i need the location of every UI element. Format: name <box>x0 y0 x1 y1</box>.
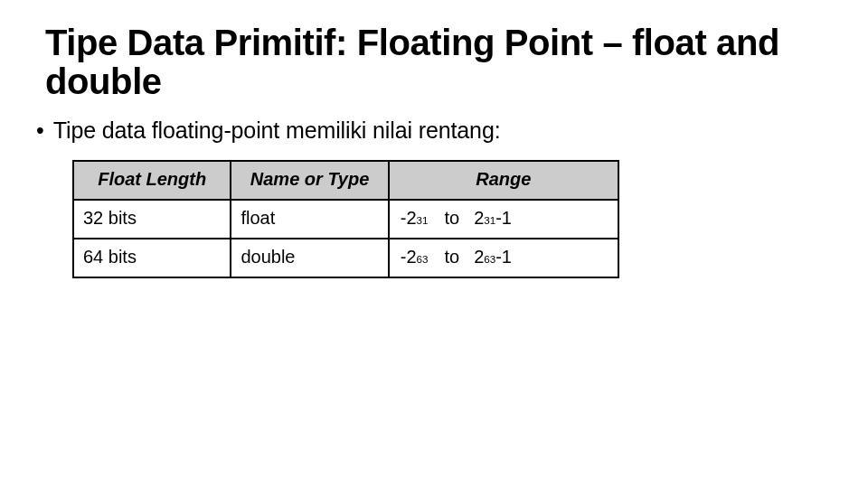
col-header-range: Range <box>389 161 618 200</box>
col-header-length: Float Length <box>73 161 231 200</box>
slide: Tipe Data Primitif: Floating Point – flo… <box>0 0 868 296</box>
bullet-text: Tipe data floating-point memiliki nilai … <box>53 117 501 144</box>
range-expression: -231 to 231-1 <box>399 208 609 229</box>
range-low-base: -2 <box>401 247 417 267</box>
bullet-icon: • <box>36 117 44 144</box>
table-header-row: Float Length Name or Type Range <box>73 161 618 200</box>
table-head: Float Length Name or Type Range <box>73 161 618 200</box>
range-high-tail: -1 <box>495 247 512 267</box>
data-table: Float Length Name or Type Range 32 bits … <box>72 160 619 278</box>
cell-range: -263 to 263-1 <box>389 239 618 277</box>
range-high-tail: -1 <box>495 208 512 229</box>
slide-title: Tipe Data Primitif: Floating Point – flo… <box>45 23 823 101</box>
range-to: to <box>444 208 459 229</box>
cell-name: double <box>231 239 388 277</box>
cell-range: -231 to 231-1 <box>389 200 618 239</box>
table-body: 32 bits float -231 to 231-1 64 bits doub… <box>73 200 618 277</box>
range-low-base: -2 <box>401 208 417 229</box>
col-header-name: Name or Type <box>231 161 388 200</box>
range-expression: -263 to 263-1 <box>399 247 609 267</box>
table-row: 32 bits float -231 to 231-1 <box>73 200 618 239</box>
bullet-item: • Tipe data floating-point memiliki nila… <box>36 117 832 144</box>
range-high-base: 2 <box>474 208 484 229</box>
table-row: 64 bits double -263 to 263-1 <box>73 239 618 277</box>
cell-name: float <box>231 200 388 239</box>
cell-length: 64 bits <box>73 239 231 277</box>
cell-length: 32 bits <box>73 200 231 239</box>
range-high-base: 2 <box>474 247 484 267</box>
range-to: to <box>444 247 459 267</box>
